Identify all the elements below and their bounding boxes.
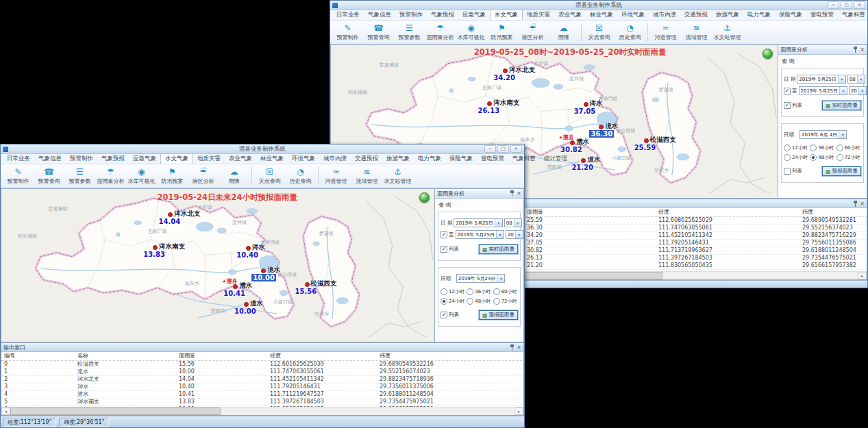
menu-tab-hydrology[interactable]: 水文气象 [160,153,193,164]
tool-warning-params[interactable]: ☰预警参数 [64,167,95,185]
scroll-left-icon[interactable]: ◂ [1,407,10,415]
menu-tab[interactable]: 气象科普 [838,10,868,20]
horizontal-scrollbar[interactable]: ◂ ▸ [1,407,523,415]
map-locate-button[interactable] [419,192,430,203]
menu-tab[interactable]: 农业气象 [225,154,256,164]
forecast-date-combo[interactable]: 2019年 6月 4日▾ [799,130,847,139]
titlebar[interactable]: 澧县业务制作系统 − □ × [1,144,524,154]
tool-rain-zone[interactable]: ☔落区分析 [188,167,219,185]
to-date-combo[interactable]: 2019年 5月25日▾ [799,86,847,95]
menu-tab[interactable]: 旅游气象 [712,10,743,20]
menu-tab[interactable]: 地质灾害 [523,10,554,20]
realtime-rain-button[interactable]: ▦实时面雨量 [822,101,861,110]
list-checkbox[interactable]: ✓ [784,102,791,109]
menu-tab[interactable]: 日常业务 [332,10,364,20]
tool-river-manage[interactable]: ≈河道管理 [650,23,681,41]
pin-icon[interactable] [853,201,858,207]
tool-area-rain-analysis[interactable]: ☂面雨量分析 [425,23,456,41]
tool-flood-plan[interactable]: ⚑防汛预案 [486,23,517,41]
table-row[interactable]: 4澧水10.41111.71121964752729.6188011248504 [1,391,523,399]
from-date-combo[interactable]: 2019年 5月25日▾ [454,218,502,227]
menu-tab[interactable]: 电力气象 [414,154,445,164]
tool-reservoir-visual[interactable]: ◉水库可视化 [456,23,486,41]
panel-close-icon[interactable]: × [860,47,865,53]
menu-tab[interactable]: 环境气象 [617,10,649,20]
table-row[interactable]: 1洈水10.00111.74706305506129.552156074023 [1,368,523,376]
from-hour-combo[interactable]: 08▾ [504,218,522,227]
menu-tab[interactable]: 应急气象 [129,154,160,164]
tool-area-rain-analysis[interactable]: ☂面雨量分析 [95,167,126,185]
list-checkbox[interactable] [784,168,791,175]
menu-tab[interactable]: 地质灾害 [193,154,225,164]
menu-tab[interactable]: 日常业务 [3,154,34,164]
duration-radio-72h[interactable] [493,298,500,305]
minimize-button[interactable]: − [484,145,496,153]
titlebar[interactable]: 澧县业务制作系统 − □ × [330,1,867,10]
tool-warning-make[interactable]: ✎预警制作 [3,167,34,185]
pin-icon[interactable] [510,344,514,351]
tool-warning-make[interactable]: ✎预警制作 [332,23,363,41]
tool-basin-manage[interactable]: ≋流域管理 [681,23,712,41]
duration-radio-72h[interactable] [836,154,843,161]
tool-hydrostation-manage[interactable]: ⚓水文站管理 [712,23,743,41]
menu-tab[interactable]: 气象预报 [97,154,129,164]
pin-icon[interactable] [853,47,858,53]
tool-history-query[interactable]: ◔历史查询 [285,167,316,185]
realtime-rain-button[interactable]: ▦实时面雨量 [479,244,518,254]
menu-tab[interactable]: 雷电预警 [477,154,508,164]
pin-icon[interactable] [510,190,514,197]
tool-flood-plan[interactable]: ⚑防汛预案 [157,167,188,185]
scroll-right-icon[interactable]: ▸ [858,272,867,279]
to-hour-combo[interactable]: 20▾ [506,230,523,239]
duration-radio-48h[interactable] [467,298,473,305]
tool-warning-query[interactable]: ☎预警查询 [34,167,64,185]
menu-tab[interactable]: 气象信息 [364,10,395,20]
menu-tab[interactable]: 环境气象 [288,154,319,164]
table-row[interactable]: 5涔水南支13.83111.39726718450329.73544759750… [1,399,523,406]
tool-reservoir-visual[interactable]: ◉水库可视化 [126,167,157,185]
from-date-combo[interactable]: 2019年 5月25日▾ [797,75,845,84]
menu-tab[interactable]: 城市内涝 [319,154,351,164]
menu-tab[interactable]: 交通预报 [680,10,712,20]
table-row[interactable]: 0松滋西支15.56112.60162562503929.68905495322… [1,361,523,368]
list-checkbox[interactable]: ✓ [441,246,447,253]
to-checkbox[interactable]: ✓ [441,231,447,238]
scroll-right-icon[interactable]: ▸ [514,407,523,415]
map-canvas[interactable]: 2019-05-24日未来24小时预报面雨量 甘溪滩镇 码头铺镇 王家厂镇 金罗… [1,188,434,342]
duration-radio-12h[interactable] [784,144,791,151]
from-hour-combo[interactable]: 08▾ [847,75,865,84]
close-button[interactable]: × [510,145,522,153]
menu-tab[interactable]: 城市内涝 [649,10,680,20]
menu-tab[interactable]: 预警制作 [66,154,97,164]
to-hour-combo[interactable]: 20▾ [849,86,867,95]
menu-tab[interactable]: 保险气象 [775,10,806,20]
duration-radio-36h[interactable] [810,144,817,151]
duration-radio-60h[interactable] [493,288,500,295]
tool-rain-info[interactable]: ☁雨情 [548,23,579,41]
forecast-rain-button[interactable]: ▦预报面雨量 [479,310,518,320]
list-checkbox[interactable]: ✓ [441,312,447,318]
duration-radio-12h[interactable] [441,288,447,295]
tool-history-query[interactable]: ◔历史查询 [615,23,645,41]
duration-radio-36h[interactable] [467,288,473,295]
menu-tab[interactable]: 保险气象 [445,154,477,164]
duration-radio-24h[interactable] [784,154,791,161]
menu-tab[interactable]: 气象预报 [427,10,458,20]
forecast-date-combo[interactable]: 2019年 5月24日▾ [456,274,505,283]
duration-radio-48h[interactable] [810,154,817,161]
menu-tab[interactable]: 电力气象 [743,10,775,20]
tool-hydrostation-manage[interactable]: ⚓水文站管理 [382,167,413,185]
panel-close-icon[interactable]: × [517,190,521,197]
tool-rain-info[interactable]: ☁雨情 [219,167,249,185]
tool-disaster-query[interactable]: ☒灾点查询 [254,167,285,185]
close-button[interactable]: × [854,1,865,9]
menu-tab[interactable]: 林业气象 [256,154,288,164]
menu-tab[interactable]: 林业气象 [586,10,617,20]
menu-tab[interactable]: 气象信息 [34,154,66,164]
maximize-button[interactable]: □ [841,1,852,9]
menu-tab[interactable]: 交通预报 [351,154,382,164]
menu-tab[interactable]: 雷电预警 [806,10,838,20]
minimize-button[interactable]: − [828,1,839,9]
duration-radio-24h[interactable] [441,298,447,305]
dock-close-icon[interactable]: × [860,201,865,207]
